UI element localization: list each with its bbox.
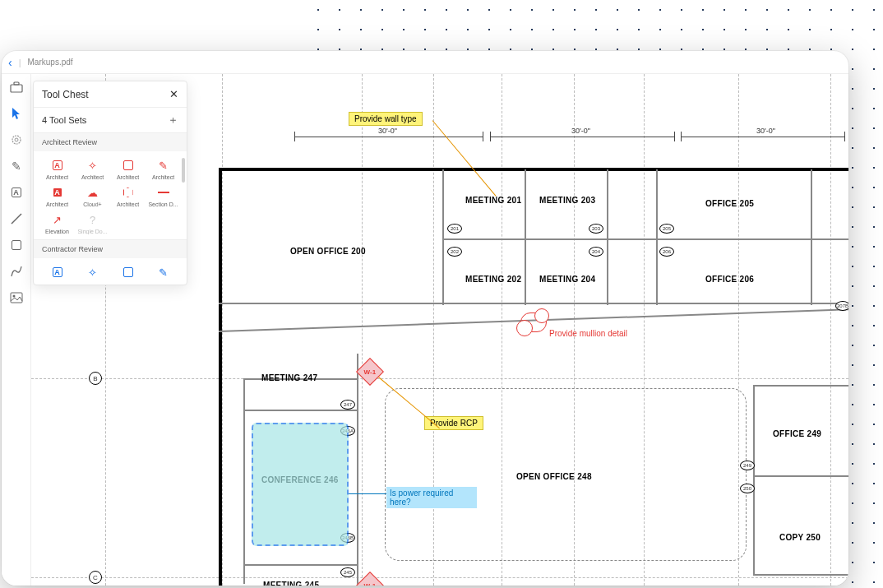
wall <box>442 238 656 240</box>
door-tag: 249 <box>740 461 755 470</box>
door-tag: 204 <box>589 247 603 257</box>
room-label: MEETING 201 <box>465 196 521 205</box>
wall <box>243 410 358 411</box>
svg-point-3 <box>15 138 18 141</box>
gridline <box>362 74 363 586</box>
tool-architect-highlighter[interactable]: ✧Architect <box>76 156 109 182</box>
gridline <box>830 74 831 586</box>
room-label: OFFICE 205 <box>705 199 754 208</box>
tool-architect-hexagon[interactable]: Architect <box>111 183 145 209</box>
grid-bubble-c: C <box>89 571 102 584</box>
svg-line-4 <box>12 214 21 224</box>
callout-power[interactable]: Is power required here? <box>386 487 477 508</box>
tool-contractor-textbox[interactable]: A <box>40 263 74 281</box>
section-architect-review[interactable]: Architect Review <box>34 132 187 151</box>
callout-mullion[interactable]: Provide mullion detail <box>549 329 627 339</box>
wall <box>656 169 658 305</box>
dimension-line <box>681 137 845 137</box>
wall <box>753 385 755 574</box>
door-tag: 245 <box>340 567 355 577</box>
room-label: MEETING 245 <box>263 581 319 586</box>
top-bar: ‹ | Markups.pdf <box>2 51 848 74</box>
room-label: OPEN OFFICE 200 <box>290 247 366 256</box>
wall <box>811 169 812 305</box>
contractor-tool-grid: A ✧ ✎ <box>34 258 187 285</box>
tool-section-detail[interactable]: Section D... <box>146 183 180 209</box>
document-title: Markups.pdf <box>28 58 73 67</box>
dimension-label: 30'-0" <box>377 127 399 135</box>
room-label: MEETING 203 <box>539 196 595 205</box>
dimension-line <box>294 137 483 137</box>
panel-subtitle: 4 Tool Sets <box>42 115 86 125</box>
wall <box>525 169 526 305</box>
door-tag: 201 <box>447 224 462 234</box>
door-tag: 203 <box>589 224 603 234</box>
tool-architect-rectangle[interactable]: Architect <box>111 156 145 182</box>
wall <box>243 564 358 566</box>
dimension-line <box>490 137 675 137</box>
door-tag: 250 <box>740 484 755 493</box>
tool-single-door[interactable]: ?Single Do... <box>76 211 109 236</box>
tool-contractor-pen[interactable]: ✎ <box>146 263 180 281</box>
tool-contractor-highlighter[interactable]: ✧ <box>76 263 109 281</box>
tool-architect-textfill[interactable]: AArchitect <box>40 183 74 209</box>
room-label: OFFICE 206 <box>705 275 754 284</box>
add-toolset-icon[interactable]: ＋ <box>168 113 178 127</box>
tool-elevation[interactable]: ↗Elevation <box>40 211 74 236</box>
leader-line <box>349 493 386 494</box>
panel-scrollbar[interactable] <box>182 158 185 183</box>
wall <box>219 168 222 586</box>
wall <box>753 385 848 387</box>
vertical-divider: | <box>19 58 21 67</box>
textbox-icon[interactable]: A <box>8 184 25 201</box>
gridline <box>31 577 848 578</box>
svg-rect-0 <box>11 85 22 92</box>
tool-architect-textbox[interactable]: AArchitect <box>40 156 74 182</box>
svg-point-2 <box>12 136 21 144</box>
tool-cloud-plus[interactable]: ☁Cloud+ <box>76 183 109 209</box>
cloud-markup[interactable] <box>520 313 547 332</box>
panel-title: Tool Chest <box>42 89 89 100</box>
diamond-tag-w1[interactable]: W-1 <box>356 358 384 386</box>
pencil-icon[interactable]: ✎ <box>8 158 25 174</box>
dimension-label: 30'-0" <box>755 127 777 135</box>
diamond-tag-w1b[interactable]: W-1 <box>356 572 384 586</box>
shape-icon[interactable] <box>8 237 25 253</box>
tool-contractor-rectangle[interactable] <box>111 263 145 281</box>
wall <box>219 303 848 304</box>
wall <box>607 169 608 305</box>
wall <box>656 238 848 240</box>
app-window: ‹ | Markups.pdf ≡ ✎ A Tool Chest ✕ 4 Too… <box>2 51 848 586</box>
callout-wall-type[interactable]: Provide wall type <box>349 112 423 126</box>
wall <box>219 168 848 171</box>
grid-bubble-b: B <box>89 372 102 385</box>
wall <box>753 475 848 477</box>
highlight-area[interactable] <box>252 423 349 546</box>
cursor-icon[interactable] <box>8 105 25 122</box>
gear-icon[interactable] <box>8 132 25 148</box>
pen-icon[interactable] <box>8 263 25 280</box>
toolbox-icon[interactable] <box>8 79 25 95</box>
room-label: MEETING 202 <box>465 275 521 284</box>
gridline <box>31 378 848 379</box>
wall <box>357 354 358 586</box>
wall <box>753 574 848 576</box>
svg-rect-1 <box>14 82 19 85</box>
image-icon[interactable] <box>8 289 25 306</box>
room-label: OPEN OFFICE 248 <box>516 472 592 481</box>
dimension-label: 30'-0" <box>570 127 592 135</box>
panel-close-icon[interactable]: ✕ <box>169 88 178 100</box>
tool-chest-panel: Tool Chest ✕ 4 Tool Sets ＋ Architect Rev… <box>33 81 187 285</box>
back-chevron-icon[interactable]: ‹ <box>8 56 12 69</box>
tool-architect-pen[interactable]: ✎Architect <box>146 156 180 182</box>
svg-point-6 <box>12 295 15 298</box>
section-contractor-review[interactable]: Contractor Review <box>34 239 187 258</box>
room-label: OFFICE 249 <box>773 429 821 438</box>
architect-tool-grid: AArchitect ✧Architect Architect ✎Archite… <box>34 151 187 239</box>
line-icon[interactable] <box>8 211 25 227</box>
room-label: MEETING 204 <box>539 275 595 284</box>
door-tag: 247 <box>340 400 355 410</box>
door-tag: 206 <box>659 247 674 257</box>
room-label: MEETING 247 <box>261 373 317 382</box>
door-tag: 207B <box>835 301 848 311</box>
